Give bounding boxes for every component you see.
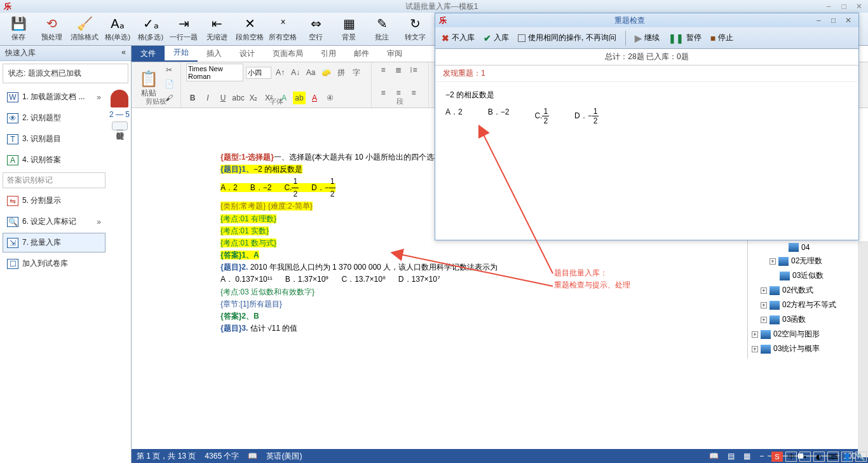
stop-button[interactable]: ■停止 [710,32,733,43]
word-tab-页面布局[interactable]: 页面布局 [264,46,312,62]
word-tab-文件[interactable]: 文件 [132,46,165,62]
ime-punct-icon[interactable]: • [799,452,811,462]
sidebar-item-label: 3. 识别题目 [22,134,61,144]
expand-icon[interactable]: + [752,346,758,352]
change-case-icon[interactable]: Aa [304,66,317,79]
ime-lang-icon[interactable]: 中 [785,452,797,462]
close-icon[interactable]: ✕ [853,2,865,11]
dialog-close-icon[interactable]: ✕ [842,16,855,25]
cut-icon[interactable]: ✂ [163,64,175,76]
tree-item[interactable]: +03函数 [759,312,865,327]
dialog-title-bar[interactable]: 乐 重题检查 – □ ✕ [435,13,858,27]
answer-marker-input[interactable]: 答案识别标记 [3,172,105,188]
zoom-out-icon[interactable]: − [759,452,764,460]
clear-format-icon[interactable]: 🧽 [320,66,332,79]
expand-icon[interactable]: + [752,331,758,338]
tree-item[interactable]: 03近似数 [768,268,865,283]
sidebar-item[interactable]: ☐加入到试卷库 [3,254,105,273]
tool-保存[interactable]: 💾保存 [3,14,34,44]
one-click-button[interactable]: 一键智能处理 [112,121,128,130]
tool-背景[interactable]: ▦背景 [333,14,365,44]
tool-格(多选)[interactable]: ✓ₐ格(多选) [135,14,166,44]
dialog-maximize-icon[interactable]: □ [827,16,840,25]
sidebar-item[interactable]: T3. 识别题目 [3,129,105,149]
grow-font-icon[interactable]: A↑ [274,66,287,79]
font-size-select[interactable]: 小四 [246,67,271,79]
tool-清除格式[interactable]: 🧹清除格式 [69,14,100,44]
folder-icon [770,301,780,310]
import-button[interactable]: ✔入库 [484,32,509,43]
tool-预处理[interactable]: ⟲预处理 [36,14,67,44]
tool-空行[interactable]: ⇔空行 [300,14,332,44]
ime-softkb-icon[interactable]: ⌨ [827,452,839,462]
tree-item[interactable]: +03统计与概率 [750,342,865,356]
font-name-select[interactable]: Times New Roman [186,64,243,81]
phonetic-icon[interactable]: 拼 [335,66,348,79]
word-tab-邮件[interactable]: 邮件 [345,46,378,62]
word-tab-引用[interactable]: 引用 [312,46,345,62]
tool-icon: ⇥ [179,16,189,31]
tree-item[interactable]: +02代数式 [759,283,865,298]
tool-一行一题[interactable]: ⇥一行一题 [168,14,200,44]
word-tab-设计[interactable]: 设计 [231,46,264,62]
tree-item[interactable]: +02空间与图形 [750,327,865,342]
paste-button[interactable]: 📋 粘贴 [137,70,160,99]
sidebar-item-label: 7. 批量入库 [22,237,61,248]
minimize-icon[interactable]: – [822,2,835,11]
expand-icon[interactable]: + [761,302,767,308]
tool-所有空格[interactable]: ˣ所有空格 [267,14,299,44]
border-char-icon[interactable]: 字 [350,66,363,79]
sidebar-item-label: 6. 设定入库标记 [22,216,76,227]
remember-checkbox[interactable]: 使用相同的操作, 不再询问 [518,32,616,43]
tree-item[interactable]: +02无理数 [768,254,865,268]
tree-item[interactable]: 04 [777,241,865,254]
sidebar-item[interactable]: A4. 识别答案 [3,150,105,170]
ime-user-icon[interactable]: 👤 [841,452,853,462]
sidebar-collapse-icon[interactable]: « [121,48,126,59]
sidebar-item[interactable]: ⇋5. 分割显示 [3,191,105,211]
tool-格(单选)[interactable]: Aₐ格(单选) [102,14,133,44]
group-font-label: 字体 [181,97,371,106]
numbering-icon[interactable]: ≣ [392,64,405,76]
pause-button[interactable]: ❚❚暂停 [668,32,702,43]
tool-label: 格(单选) [105,32,130,42]
sidebar-item[interactable]: ⇲7. 批量入库 [3,233,105,252]
sidebar-item-label: 4. 识别答案 [22,155,61,165]
dialog-found: 发现重题：1 [435,66,858,82]
status-lang[interactable]: 英语(美国) [266,451,302,462]
tool-批注[interactable]: ✎批注 [366,14,398,44]
sidebar-item-icon: A [7,155,18,165]
ime-icon[interactable]: S [771,452,783,462]
sidebar-item[interactable]: 👁2. 识别题型 [3,108,105,128]
expand-icon[interactable]: + [761,317,767,323]
sidebar-side: 2 — 5 一键智能处理 [108,86,131,275]
multilevel-icon[interactable]: ⁞≡ [407,64,420,76]
view-print-icon[interactable]: ▤ [728,452,735,460]
spellcheck-icon[interactable]: 📖 [248,452,257,460]
tool-段前空格[interactable]: ✕段前空格 [234,14,266,44]
tree-scrollbar[interactable] [858,241,868,457]
expand-icon[interactable]: + [770,258,776,265]
continue-button[interactable]: ▶继续 [635,32,660,43]
word-tab-开始[interactable]: 开始 [165,45,198,62]
ime-settings-icon[interactable]: 🔧 [855,452,867,462]
dialog-body: −2 的相反数是 A．2 B．−2 C.12 D．−12 [435,82,858,240]
ime-fullwidth-icon[interactable]: ◐ [813,452,825,462]
tool-无缩进[interactable]: ⇤无缩进 [201,14,233,44]
bullets-icon[interactable]: ≡ [377,64,390,76]
view-read-icon[interactable]: 📖 [709,452,719,460]
sidebar-item[interactable]: 🔍6. 设定入库标记» [3,212,105,232]
maximize-icon[interactable]: □ [837,2,850,11]
expand-icon[interactable]: + [761,287,767,294]
view-web-icon[interactable]: ▦ [743,452,750,460]
word-tab-审阅[interactable]: 审阅 [378,46,411,62]
shrink-font-icon[interactable]: A↓ [289,66,302,79]
word-tab-插入[interactable]: 插入 [198,46,231,62]
sidebar-item[interactable]: W1. 加载题源文档 ...» [3,87,105,107]
copy-icon[interactable]: 📄 [163,78,175,90]
system-tray: S 中 • ◐ ⌨ 👤 🔧 [771,450,867,463]
dialog-minimize-icon[interactable]: – [812,16,825,25]
tool-转文字[interactable]: ↻转文字 [399,14,431,44]
skip-button[interactable]: ✖不入库 [442,32,475,43]
tree-item[interactable]: +02方程与不等式 [759,298,865,312]
